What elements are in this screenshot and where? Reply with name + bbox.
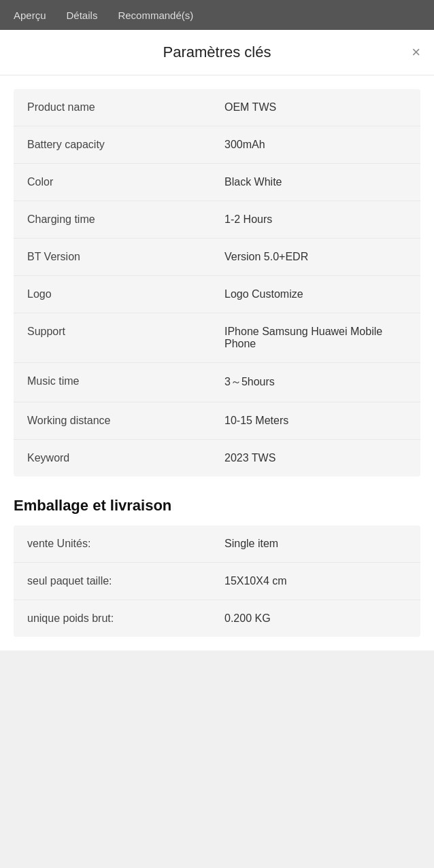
spec-value-support: IPhone Samsung Huawei Mobile Phone — [224, 326, 407, 350]
spec-label-working-distance: Working distance — [27, 415, 224, 427]
spec-label-bt-version: BT Version — [27, 251, 224, 263]
top-tabs-bar: Aperçu Détails Recommandé(s) — [0, 0, 434, 30]
spec-value-product-name: OEM TWS — [224, 101, 407, 114]
spec-value-charging-time: 1-2 Hours — [224, 213, 407, 226]
spec-value-bt-version: Version 5.0+EDR — [224, 251, 407, 263]
modal-title: Paramètres clés — [163, 44, 271, 61]
delivery-label-poids-brut: unique poids brut: — [27, 612, 224, 625]
spec-value-color: Black White — [224, 176, 407, 188]
spec-label-charging-time: Charging time — [27, 213, 224, 226]
spec-label-product-name: Product name — [27, 101, 224, 114]
section-title-delivery: Emballage et livraison — [14, 497, 420, 515]
delivery-row-paquet-taille: seul paquet taille: 15X10X4 cm — [14, 563, 420, 600]
delivery-row-poids-brut: unique poids brut: 0.200 KG — [14, 600, 420, 637]
spec-value-working-distance: 10-15 Meters — [224, 415, 407, 427]
modal-header: Paramètres clés × — [0, 30, 434, 75]
spec-row-keyword: Keyword 2023 TWS — [14, 440, 420, 476]
delivery-value-vente: Single item — [224, 538, 407, 550]
spec-value-logo: Logo Customize — [224, 288, 407, 300]
spec-label-logo: Logo — [27, 288, 224, 300]
spec-row-logo: Logo Logo Customize — [14, 276, 420, 313]
spec-label-battery-capacity: Battery capacity — [27, 139, 224, 151]
spec-value-music-time: 3～5hours — [224, 375, 407, 389]
spec-row-bt-version: BT Version Version 5.0+EDR — [14, 239, 420, 276]
spec-label-music-time: Music time — [27, 375, 224, 387]
tab-recommandes[interactable]: Recommandé(s) — [118, 3, 193, 28]
delivery-value-paquet-taille: 15X10X4 cm — [224, 575, 407, 587]
tab-details[interactable]: Détails — [67, 3, 98, 28]
delivery-row-vente: vente Unités: Single item — [14, 525, 420, 563]
spec-value-battery-capacity: 300mAh — [224, 139, 407, 151]
spec-label-keyword: Keyword — [27, 452, 224, 464]
spec-value-keyword: 2023 TWS — [224, 452, 407, 464]
spec-row-color: Color Black White — [14, 164, 420, 201]
tab-apercu[interactable]: Aperçu — [14, 3, 46, 28]
spec-label-color: Color — [27, 176, 224, 188]
delivery-label-vente: vente Unités: — [27, 538, 224, 550]
spec-row-product-name: Product name OEM TWS — [14, 89, 420, 126]
modal-body: Product name OEM TWS Battery capacity 30… — [0, 75, 434, 650]
spec-label-support: Support — [27, 326, 224, 338]
close-button[interactable]: × — [412, 45, 420, 60]
spec-row-music-time: Music time 3～5hours — [14, 363, 420, 402]
specs-table: Product name OEM TWS Battery capacity 30… — [14, 89, 420, 476]
spec-row-battery-capacity: Battery capacity 300mAh — [14, 126, 420, 164]
delivery-value-poids-brut: 0.200 KG — [224, 612, 407, 625]
spec-row-support: Support IPhone Samsung Huawei Mobile Pho… — [14, 313, 420, 363]
spec-row-working-distance: Working distance 10-15 Meters — [14, 402, 420, 440]
delivery-table: vente Unités: Single item seul paquet ta… — [14, 525, 420, 637]
delivery-label-paquet-taille: seul paquet taille: — [27, 575, 224, 587]
spec-row-charging-time: Charging time 1-2 Hours — [14, 201, 420, 239]
